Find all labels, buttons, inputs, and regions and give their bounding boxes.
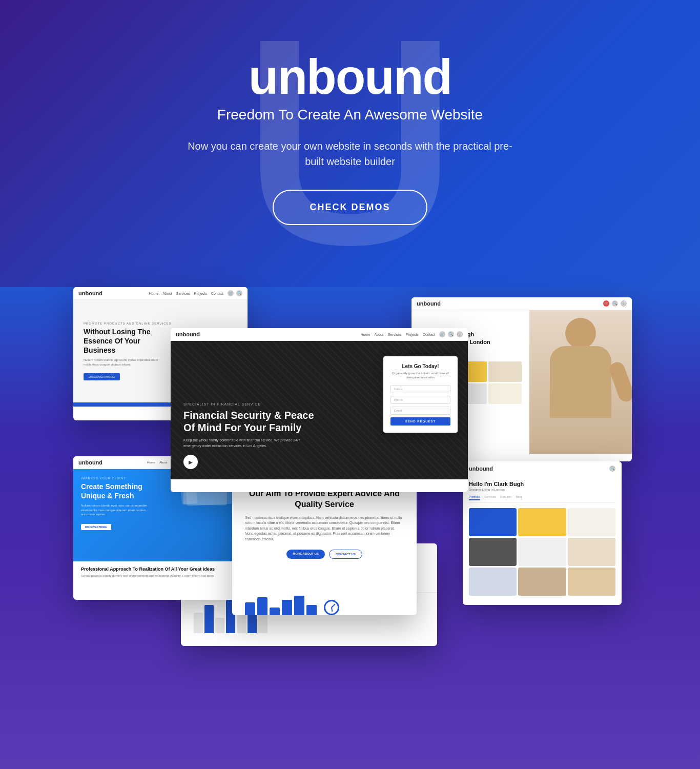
- card3-nav-icons: 🛒 🔍 ⋮: [603, 300, 627, 307]
- card2-nav-links: Home About Services Projects Contact: [361, 333, 435, 336]
- hero-description: Now you can create your own website in s…: [186, 138, 514, 169]
- portfolio-item-6: [568, 538, 615, 566]
- card2-title: Financial Security & Peace Of Mind For Y…: [183, 409, 327, 434]
- card4-footer-area: Professional Approach To Realization Of …: [73, 561, 237, 583]
- clock-icon: [324, 600, 339, 615]
- card6-header: Hello I'm Clark Bugh Designer Living In …: [463, 476, 622, 508]
- form-phone-field[interactable]: Phone: [390, 396, 450, 404]
- demo-card-finance[interactable]: unbound Home About Services Projects Con…: [171, 328, 468, 492]
- card2-hero-area: SPECIALIST IN FINANCIAL SERVICE Financia…: [171, 341, 468, 479]
- card6-title: Hello I'm Clark Bugh: [469, 481, 615, 487]
- card6-nav-icons: 🔍: [609, 466, 615, 472]
- card2-logo: unbound: [176, 331, 200, 337]
- portfolio-item-1: [469, 508, 517, 536]
- demo-card-portfolio-grid[interactable]: unbound 🔍 Hello I'm Clark Bugh Designer …: [463, 461, 622, 605]
- card4-footer-desc: Lorem ipsum is simply dummy text of the …: [81, 574, 230, 578]
- hero-brand: unbound: [249, 52, 451, 102]
- cart-icon: 🛒: [228, 290, 234, 296]
- card6-portfolio-grid: [463, 508, 622, 602]
- card1-nav-icons: 🛒 🔍: [228, 290, 242, 296]
- form-submit-button[interactable]: SEND REQUEST: [390, 417, 450, 426]
- card1-nav-links: Home About Services Projects Contact: [149, 292, 223, 295]
- search-icon-3: 🔍: [612, 300, 618, 307]
- card5-desc: Sed maximus risus tristique viverra dapi…: [245, 515, 404, 542]
- portfolio-item-2: [518, 508, 566, 536]
- form-email-field[interactable]: Email: [390, 407, 450, 415]
- card-nav-1: unbound Home About Services Projects Con…: [73, 287, 248, 300]
- card5-contact-btn[interactable]: CONTACT US: [329, 550, 362, 559]
- form-subtitle: Organically grow the holistic world view…: [390, 371, 450, 380]
- portfolio-item-8: [518, 568, 566, 596]
- search-icon: 🔍: [236, 290, 242, 296]
- portfolio-item-9: [568, 568, 615, 596]
- card2-play-button[interactable]: ▶: [183, 455, 198, 469]
- search-icon-2: 🔍: [448, 331, 454, 337]
- demos-container: unbound Home About Services Projects Con…: [68, 287, 632, 636]
- portfolio-item-5: [518, 538, 566, 566]
- cart-icon-2: 🛒: [439, 331, 445, 337]
- card-nav-6: unbound 🔍: [463, 461, 622, 476]
- menu-icon-3: ⋮: [621, 300, 627, 307]
- check-demos-button[interactable]: CHECK DEMOS: [273, 190, 427, 225]
- demos-section: unbound Home About Services Projects Con…: [0, 287, 700, 769]
- card4-discover-btn[interactable]: DISCOVER MORE: [81, 524, 111, 530]
- card6-logo: unbound: [469, 466, 493, 472]
- card3-logo: unbound: [417, 300, 441, 307]
- card2-desc: Keep the whole family comfortable with f…: [183, 438, 317, 449]
- card6-nav-tabs: Portfolio Services Resume Blog: [469, 495, 615, 503]
- card1-title: Without Losing The Essence Of Your Busin…: [84, 327, 166, 355]
- card1-desc: Nullam rutrum blandit eget nunc varius i…: [84, 358, 160, 367]
- card5-chart: [232, 595, 417, 615]
- card6-subtitle: Designer Living In London: [469, 488, 615, 491]
- card1-logo: unbound: [78, 290, 102, 296]
- card4-footer-title: Professional Approach To Realization Of …: [81, 566, 230, 572]
- card5-buttons-row: MORE ABOUT US CONTACT US: [245, 550, 404, 559]
- hero-section: unbound Freedom To Create An Awesome Web…: [0, 0, 700, 287]
- search-icon-6: 🔍: [609, 466, 615, 472]
- demo-card-about[interactable]: ABOUT AGENCIX Our Aim To Provide Expert …: [232, 472, 417, 615]
- card2-nav-icons: 🛒 🔍 ☰: [439, 331, 463, 337]
- card3-person-photo: [529, 310, 632, 454]
- form-name-field[interactable]: Name: [390, 385, 450, 393]
- card1-overline: PROMOTE PRODUCTS AND ONLINE SERVICES: [84, 322, 172, 325]
- hero-subtitle: Freedom To Create An Awesome Website: [217, 107, 483, 123]
- card2-contact-form: Lets Go Today! Organically grow the holi…: [383, 356, 458, 433]
- menu-icon-2: ☰: [457, 331, 463, 337]
- portfolio-item-3: [568, 508, 615, 536]
- card-nav-3: unbound 🛒 🔍 ⋮: [411, 297, 632, 310]
- cart-icon-3: 🛒: [603, 300, 609, 307]
- card1-btn[interactable]: DISCOVER MORE: [84, 373, 120, 380]
- card5-more-btn[interactable]: MORE ABOUT US: [286, 550, 325, 559]
- card4-title: Create Something Unique & Fresh: [81, 482, 153, 500]
- portfolio-item-7: [469, 568, 517, 596]
- card-nav-2: unbound Home About Services Projects Con…: [171, 328, 468, 341]
- portfolio-item-4: [469, 538, 517, 566]
- card4-logo: unbound: [78, 459, 102, 466]
- form-title: Lets Go Today!: [390, 363, 450, 369]
- card4-desc: Nullam rutrum blandit eget nunc varius i…: [81, 503, 153, 516]
